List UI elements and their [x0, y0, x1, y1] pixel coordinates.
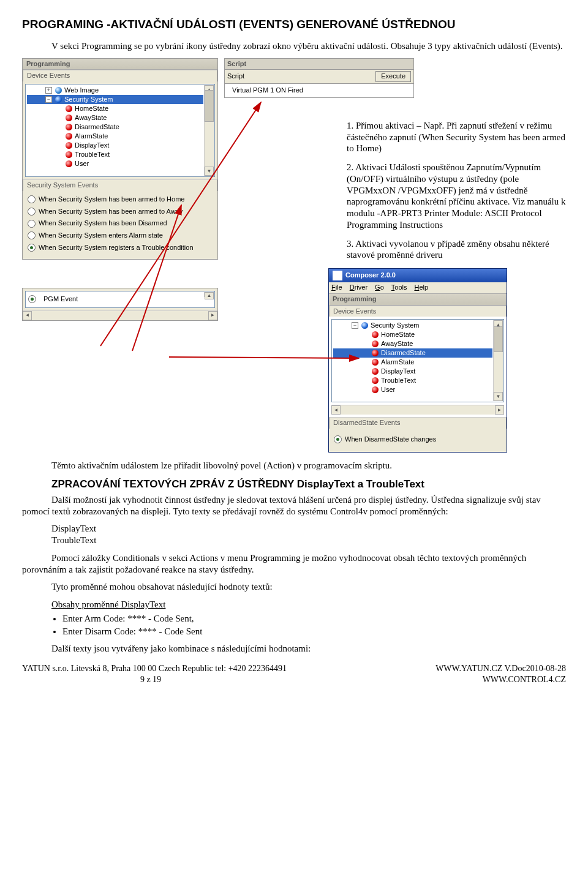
- state-icon: [65, 151, 72, 159]
- script-title: Script: [227, 60, 246, 69]
- scrollbar-vertical[interactable]: ▲: [204, 292, 214, 297]
- menu-tools[interactable]: Tools: [391, 284, 407, 292]
- globe-icon: [55, 87, 62, 94]
- pgm-event-panel: PGM Event ▲ ◄ ►: [22, 288, 218, 321]
- tree-item-user[interactable]: User: [27, 159, 203, 168]
- event-radio-trouble-condition[interactable]: When Security System registers a Trouble…: [23, 242, 217, 254]
- composer-device-events-label: Device Events: [329, 306, 507, 317]
- tree-item-troubletext[interactable]: TroubleText: [333, 376, 492, 385]
- tree-item-homestate[interactable]: HomeState: [333, 330, 492, 339]
- footer-company-line: YATUN s.r.o. Litevská 8, Praha 100 00 Cz…: [22, 663, 287, 674]
- tree-item-user[interactable]: User: [333, 385, 492, 394]
- paragraph-text-messages: Další možností jak vyhodnotit činnost ús…: [22, 494, 566, 517]
- menu-file[interactable]: File: [331, 284, 342, 292]
- expand-icon[interactable]: +: [45, 87, 52, 94]
- event-radio-armed-away[interactable]: When Security System has been armed to A…: [23, 206, 217, 218]
- tree-item-displaytext[interactable]: DisplayText: [333, 367, 492, 376]
- composer-window: Composer 2.0.0 File Driver Go Tools Help…: [328, 268, 507, 453]
- scrollbar-horizontal[interactable]: ◄ ►: [331, 405, 504, 415]
- variable-troubletext: TroubleText: [51, 535, 566, 546]
- state-icon: [65, 105, 72, 113]
- paragraph-more-texts: Další texty jsou vytvářeny jako kombinac…: [51, 643, 566, 655]
- event-radio-alarm-state[interactable]: When Security System enters Alarm state: [23, 230, 217, 242]
- variable-displaytext: DisplayText: [51, 523, 566, 535]
- composer-programming-title: Programming: [329, 294, 507, 306]
- state-icon: [371, 377, 379, 385]
- security-icon: [55, 96, 62, 103]
- scroll-right-icon[interactable]: ►: [208, 311, 217, 320]
- tree-item-disarmedstate[interactable]: DisarmedState: [27, 122, 203, 132]
- numbered-item-2: 2. Aktivaci Události spouštěnou Zapnutím…: [347, 162, 566, 231]
- tree-item-security-system[interactable]: −Security System: [27, 95, 203, 104]
- numbered-item-1: 1. Přímou aktivaci – Např. Při zapnutí s…: [347, 120, 566, 154]
- scroll-left-icon[interactable]: ◄: [331, 405, 341, 415]
- tree-item-awaystate[interactable]: AwayState: [333, 339, 492, 348]
- collapse-icon[interactable]: −: [352, 322, 358, 329]
- state-icon: [371, 350, 379, 357]
- footer-url-yatun: WWW.YATUN.CZ V.Doc2010-08-28: [435, 663, 566, 674]
- tree-item-web-image[interactable]: +Web Image: [27, 86, 203, 95]
- scrollbar-vertical[interactable]: ▲ ▼: [204, 85, 214, 176]
- bullet-disarm-code: Enter Disarm Code: **** - Code Sent: [62, 626, 566, 637]
- heading-displaytext-contents: Obsahy proměnné DisplayText: [51, 599, 566, 611]
- menu-driver[interactable]: Driver: [350, 284, 368, 292]
- scroll-right-icon[interactable]: ►: [495, 405, 504, 415]
- script-subtitle: Script: [227, 72, 244, 81]
- programming-title: Programming: [23, 59, 217, 70]
- device-events-label: Device Events: [23, 70, 217, 81]
- collapse-icon[interactable]: −: [45, 96, 52, 103]
- menu-go[interactable]: Go: [375, 284, 384, 292]
- paragraph-assign-action: Těmto aktivačním událostem lze přiřadit …: [51, 460, 566, 472]
- scroll-down-icon[interactable]: ▼: [494, 392, 503, 401]
- state-icon: [65, 124, 72, 131]
- security-icon: [361, 322, 368, 329]
- page-footer: YATUN s.r.o. Litevská 8, Praha 100 00 Cz…: [22, 663, 566, 685]
- state-icon: [371, 340, 379, 348]
- tree-item-alarmstate[interactable]: AlarmState: [27, 132, 203, 141]
- paragraph-variable-values-intro: Tyto proměnné mohou obsahovat následujíc…: [51, 581, 566, 593]
- heading-text-processing: ZPRACOVÁNÍ TEXTOVÝCH ZPRÁV Z ÚSTŘEDNY Di…: [51, 478, 566, 490]
- state-icon: [65, 142, 72, 149]
- programming-panel: Programming Device Events +Web Image −Se…: [22, 58, 218, 260]
- state-icon: [65, 160, 72, 168]
- state-icon: [371, 368, 379, 375]
- numbered-item-3: 3. Aktivaci vyvolanou v případě změny ob…: [347, 238, 566, 261]
- tree-item-security-system[interactable]: −Security System: [333, 321, 492, 330]
- scrollbar-horizontal[interactable]: ◄ ►: [23, 310, 217, 320]
- scroll-up-icon[interactable]: ▲: [205, 292, 214, 299]
- script-line: Virtual PGM 1 ON Fired: [232, 86, 303, 95]
- pgm-event-label: PGM Event: [43, 295, 78, 304]
- page-title: PROGRAMING -AKTIVAČNÍ UDÁLOSTI (EVENTS) …: [22, 17, 566, 32]
- state-icon: [65, 115, 72, 122]
- state-icon: [371, 386, 379, 394]
- scroll-down-icon[interactable]: ▼: [205, 167, 214, 176]
- menu-help[interactable]: Help: [414, 284, 428, 292]
- tree-item-displaytext[interactable]: DisplayText: [27, 141, 203, 150]
- execute-button[interactable]: Execute: [375, 71, 411, 82]
- tree-item-troubletext[interactable]: TroubleText: [27, 150, 203, 159]
- state-icon: [371, 359, 379, 366]
- bullet-arm-code: Enter Arm Code: **** - Code Sent,: [62, 613, 566, 625]
- disarmedstate-events-label: DisarmedState Events: [329, 417, 507, 429]
- state-icon: [371, 331, 379, 339]
- footer-page-number: 9 z 19: [22, 674, 279, 685]
- paragraph-conditionals: Pomocí záložky Conditionals v sekci Acti…: [22, 552, 566, 576]
- event-radio-disarmedstate-changes[interactable]: When DisarmedState changes: [329, 434, 507, 446]
- script-panel: Script Script Execute Virtual PGM 1 ON F…: [224, 58, 414, 98]
- menu-bar[interactable]: File Driver Go Tools Help: [329, 282, 507, 294]
- security-system-events-label: Security System Events: [23, 179, 217, 191]
- tree-item-disarmedstate[interactable]: DisarmedState: [333, 348, 492, 358]
- footer-url-control4: WWW.CONTROL4.CZ: [435, 674, 566, 685]
- scroll-left-icon[interactable]: ◄: [23, 311, 32, 320]
- pgm-event-radio[interactable]: [28, 295, 36, 303]
- event-radio-armed-home[interactable]: When Security System has been armed to H…: [23, 194, 217, 206]
- composer-app-icon: [333, 271, 342, 280]
- state-icon: [65, 133, 72, 140]
- event-radio-disarmed[interactable]: When Security System has been Disarmed: [23, 217, 217, 230]
- tree-item-awaystate[interactable]: AwayState: [27, 113, 203, 122]
- intro-paragraph: V sekci Programming se po vybrání ikony …: [51, 40, 566, 52]
- tree-item-homestate[interactable]: HomeState: [27, 104, 203, 113]
- scrollbar-vertical[interactable]: ▲ ▼: [493, 320, 503, 401]
- composer-title: Composer 2.0.0: [345, 271, 396, 280]
- tree-item-alarmstate[interactable]: AlarmState: [333, 358, 492, 367]
